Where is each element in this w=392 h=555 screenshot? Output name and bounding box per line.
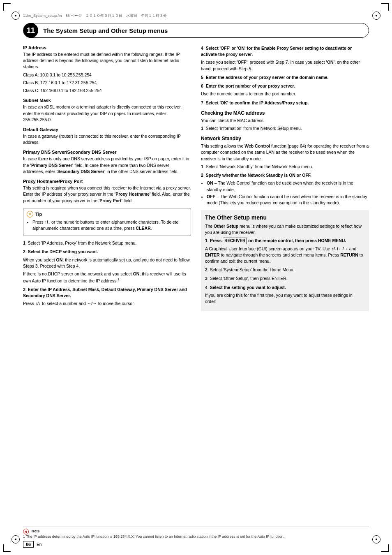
- note-box: N Note 1 The IP address determined by th…: [23, 527, 369, 539]
- chapter-number: 11: [23, 23, 38, 38]
- mac-address-intro: You can check the MAC address.: [201, 118, 369, 124]
- register-mark-tl: [12, 12, 20, 20]
- heading-default-gateway: Default Gateway: [23, 127, 191, 132]
- crop-mark-bl: [3, 544, 11, 552]
- default-gateway-text: In case a gateway (router) is connected …: [23, 133, 191, 146]
- os-step-number-1: 1: [205, 238, 210, 243]
- register-mark-br: [372, 535, 380, 543]
- other-setup-step-1: 1 Press RECEIVER on the remote control, …: [205, 238, 365, 265]
- subnet-mask-text: In case an xDSL modem or a terminal adap…: [23, 104, 191, 123]
- page-footer: 86 En: [23, 541, 42, 548]
- crop-mark-br: [381, 544, 389, 552]
- network-standby-title: Network Standby: [201, 136, 369, 141]
- os-step-4-text: If you are doing this for the first time…: [205, 292, 365, 305]
- heading-proxy: Proxy Hostname/Proxy Port: [23, 179, 191, 184]
- page-lang: En: [37, 542, 42, 547]
- ns-step-number-2: 2: [201, 173, 206, 178]
- network-standby-intro: This setting allows the Web Control func…: [201, 143, 369, 162]
- note-icon: N: [23, 529, 29, 534]
- note-text: 1 The IP address determined by the Auto …: [23, 534, 284, 539]
- ip-class-b: Class B: 172.16.0.1 to 172.31.255.254: [23, 80, 191, 86]
- heading-subnet-mask: Subnet Mask: [23, 98, 191, 103]
- other-setup-section: The Other Setup menu The Other Setup men…: [201, 210, 369, 311]
- tip-header: ✦ Tip: [27, 211, 187, 217]
- ip-class-c: Class C: 192.168.0.1 to 192.168.255.254: [23, 88, 191, 94]
- step-6-text: Use the numeric buttons to enter the por…: [201, 91, 369, 97]
- step-number-6: 6: [201, 83, 206, 88]
- os-step-number-3: 3: [205, 276, 210, 281]
- mac-step-number-1: 1: [201, 126, 206, 131]
- network-standby-step-2: 2 Specify whether the Network Standby is…: [201, 172, 369, 206]
- proxy-text: This setting is required when you connec…: [23, 185, 191, 204]
- heading-ip-address: IP Address: [23, 45, 191, 50]
- receiver-key: RECEIVER: [223, 238, 247, 244]
- crop-mark-tl: [3, 3, 11, 11]
- other-setup-step-3: 3 Select 'Other Setup', then press ENTER…: [205, 275, 365, 282]
- ns-bullet-off: OFF – The Web Control function cannot be…: [207, 194, 369, 206]
- step-1: 1 Select 'IP Address, Proxy' from the Ne…: [23, 240, 191, 246]
- heading-dns-server: Primary DNS Server/Secondary DNS Server: [23, 150, 191, 155]
- step-number-2: 2: [23, 249, 28, 254]
- tip-icon: ✦: [27, 211, 33, 217]
- step-4: 4 Select 'OFF' or 'ON' for the Enable Pr…: [201, 45, 369, 72]
- main-content: IP Address The IP address to be entered …: [23, 45, 369, 534]
- other-setup-step-4: 4 Select the setting you want to adjust.…: [205, 284, 365, 305]
- tip-list: Press ↑/↓ or the numeric buttons to ente…: [27, 219, 187, 231]
- register-mark-tr: [372, 12, 380, 20]
- register-mark-bl: [12, 535, 20, 543]
- dns-server-text: In case there is only one DNS server add…: [23, 156, 191, 175]
- other-setup-step-2: 2 Select 'System Setup' from the Home Me…: [205, 267, 365, 273]
- other-setup-intro: The Other Setup menu is where you can ma…: [205, 223, 365, 236]
- ns-bullet-on: ON – The Web Control function can be use…: [207, 180, 369, 192]
- ip-class-a: Class A: 10.0.0.1 to 10.255.255.254: [23, 72, 191, 78]
- right-column: 4 Select 'OFF' or 'ON' for the Enable Pr…: [201, 45, 369, 534]
- os-step-number-4: 4: [205, 285, 210, 290]
- step-7: 7 Select 'OK' to confirm the IP Address/…: [201, 100, 369, 106]
- step-number-5: 5: [201, 75, 206, 80]
- crop-mark-tr: [381, 3, 389, 11]
- step-6: 6 Enter the port number of your proxy se…: [201, 83, 369, 97]
- step-number-1: 1: [23, 240, 28, 245]
- mac-address-title: Checking the MAC address: [201, 110, 369, 116]
- step-3-text: Press ↑/↓ to select a number and ←/→ to …: [23, 301, 191, 307]
- step-number-4: 4: [201, 46, 206, 51]
- ns-bullets: ON – The Web Control function can be use…: [201, 180, 369, 206]
- tip-label: Tip: [35, 212, 42, 217]
- chapter-title: The System Setup and Other Setup menus: [43, 27, 168, 34]
- step-3: 3 Enter the IP Address, Subnet Mask, Def…: [23, 287, 191, 307]
- chapter-header: 11 The System Setup and Other Setup menu…: [23, 23, 369, 38]
- step-5: 5 Enter the address of your proxy server…: [201, 74, 369, 81]
- note-label: Note: [32, 529, 40, 533]
- step-2: 2 Select the DHCP setting you want. When…: [23, 249, 191, 284]
- tip-box: ✦ Tip Press ↑/↓ or the numeric buttons t…: [23, 208, 191, 236]
- step-2-extra: If there is no DHCP server on the networ…: [23, 271, 191, 284]
- os-step-1-text: A Graphical User Interface (GUI) screen …: [205, 246, 365, 265]
- step-4-text: In case you select 'OFF', proceed with S…: [201, 59, 369, 72]
- ns-step-number-1: 1: [201, 164, 206, 169]
- other-setup-title: The Other Setup menu: [205, 214, 365, 221]
- ip-address-text: The IP address to be entered must be def…: [23, 51, 191, 70]
- step-number-7: 7: [201, 100, 206, 105]
- tip-item: Press ↑/↓ or the numeric buttons to ente…: [32, 219, 187, 231]
- os-step-number-2: 2: [205, 267, 210, 272]
- left-column: IP Address The IP address to be entered …: [23, 45, 191, 534]
- file-info: 11he_System_setup.fm 86 ページ ２０１０年３月１０日 水…: [23, 13, 167, 18]
- step-number-3: 3: [23, 287, 28, 292]
- step-2-text: When you select ON, the network is autom…: [23, 257, 191, 269]
- mac-step-1: 1 Select 'Information' from the Network …: [201, 125, 369, 132]
- page-number: 86: [23, 541, 34, 548]
- network-standby-step-1: 1 Select 'Network Standby' from the Netw…: [201, 164, 369, 170]
